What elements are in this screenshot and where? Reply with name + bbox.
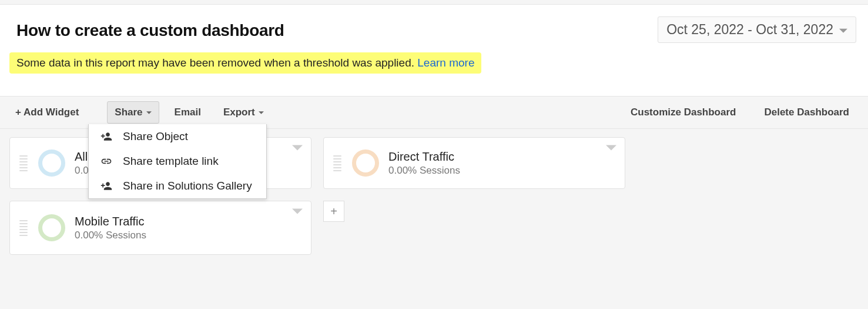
page-title: How to create a custom dashboard <box>16 21 284 40</box>
person-plus-icon <box>99 180 113 192</box>
widget-title: Direct Traffic <box>388 150 618 164</box>
chart-donut-icon <box>38 214 65 241</box>
chart-donut-icon <box>38 149 65 177</box>
chevron-down-icon <box>839 22 847 38</box>
notice-text: Some data in this report may have been r… <box>16 57 417 69</box>
export-button[interactable]: Export <box>216 102 271 123</box>
link-icon <box>99 155 113 167</box>
delete-dashboard-button[interactable]: Delete Dashboard <box>757 102 856 123</box>
share-object-item[interactable]: Share Object <box>89 124 266 149</box>
chart-donut-icon <box>352 149 379 177</box>
drag-handle-icon[interactable] <box>19 220 28 236</box>
chevron-down-icon[interactable] <box>292 144 303 154</box>
widget-subtitle: 0.00% Sessions <box>75 230 304 241</box>
widget-title: Mobile Traffic <box>75 215 304 228</box>
add-widget-tile[interactable]: + <box>323 201 344 222</box>
learn-more-link[interactable]: Learn more <box>417 57 474 69</box>
email-button[interactable]: Email <box>167 102 208 123</box>
share-template-link-item[interactable]: Share template link <box>89 149 266 174</box>
widget-mobile-traffic[interactable]: Mobile Traffic 0.00% Sessions <box>9 201 311 255</box>
date-range-text: Oct 25, 2022 - Oct 31, 2022 <box>666 22 833 38</box>
date-range-picker[interactable]: Oct 25, 2022 - Oct 31, 2022 <box>658 16 856 43</box>
chevron-down-icon <box>146 109 152 116</box>
threshold-notice: Some data in this report may have been r… <box>9 52 481 74</box>
customize-dashboard-button[interactable]: Customize Dashboard <box>624 102 743 123</box>
header: How to create a custom dashboard Oct 25,… <box>0 5 868 49</box>
chevron-down-icon[interactable] <box>292 207 303 218</box>
widget-subtitle: 0.00% Sessions <box>388 165 618 177</box>
chevron-down-icon[interactable] <box>606 144 616 154</box>
drag-handle-icon[interactable] <box>333 155 341 171</box>
drag-handle-icon[interactable] <box>19 155 28 171</box>
person-plus-icon <box>99 131 113 142</box>
widget-direct-traffic[interactable]: Direct Traffic 0.00% Sessions <box>323 137 625 189</box>
add-widget-button[interactable]: + Add Widget <box>8 102 86 123</box>
share-dropdown-menu: Share Object Share template link Share i… <box>88 124 267 199</box>
plus-icon: + <box>330 205 337 218</box>
chevron-down-icon <box>259 109 264 116</box>
toolbar: + Add Widget Share Email Export Customiz… <box>0 96 868 129</box>
share-button[interactable]: Share <box>107 101 159 124</box>
share-solutions-gallery-item[interactable]: Share in Solutions Gallery <box>89 174 266 198</box>
